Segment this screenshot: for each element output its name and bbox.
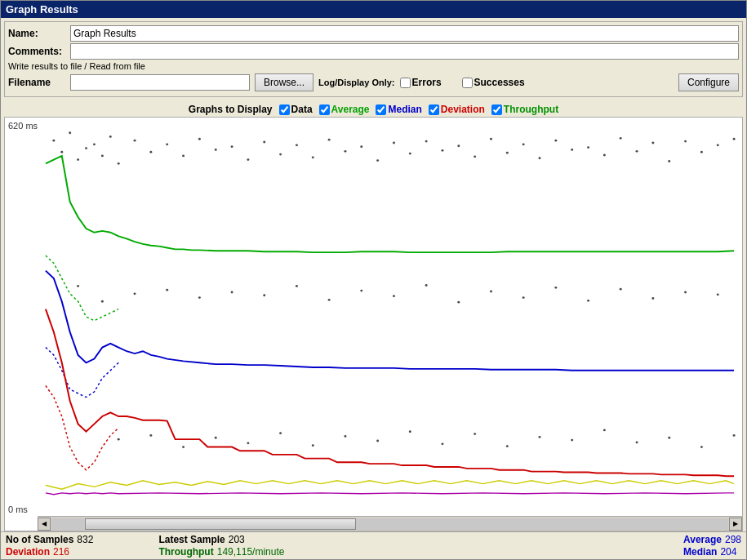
errors-checkbox[interactable] [400,78,411,88]
svg-point-42 [668,160,670,162]
svg-point-59 [457,301,460,304]
svg-point-82 [571,439,573,442]
svg-point-16 [247,158,249,161]
successes-label: Successes [474,77,525,88]
svg-point-11 [166,143,168,145]
svg-point-12 [182,155,185,158]
median-line [46,271,734,371]
median-checkbox-label[interactable]: Median [376,104,421,115]
svg-point-55 [328,299,331,301]
svg-point-43 [684,140,687,143]
data-series [52,131,735,448]
svg-point-87 [733,434,736,437]
svg-point-7 [109,136,112,138]
errors-checkbox-label[interactable]: Errors [400,77,457,88]
svg-point-37 [587,146,589,149]
comments-label: Comments: [8,46,65,57]
deviation-checkbox-label[interactable]: Deviation [429,104,485,115]
svg-point-53 [263,294,265,296]
name-label: Name: [8,28,65,39]
scroll-right-button[interactable]: ▶ [729,518,742,531]
scroll-track[interactable] [51,518,728,530]
svg-point-51 [198,296,201,299]
window-title: Graph Results [6,3,78,16]
svg-point-83 [603,429,606,431]
average-checkbox-label[interactable]: Average [319,104,370,115]
svg-point-15 [231,145,233,148]
successes-checkbox-label[interactable]: Successes [462,77,525,88]
svg-point-28 [441,149,443,152]
deviation-label: Deviation [441,104,485,115]
data-checkbox-label[interactable]: Data [279,104,313,115]
status-col-3: Average 298 Median 204 [683,534,741,558]
svg-point-44 [700,151,703,153]
title-bar: Graph Results [1,1,746,18]
svg-point-69 [149,434,152,437]
average-label: Average [331,104,370,115]
svg-point-26 [409,153,411,155]
average-checkbox[interactable] [319,104,330,115]
svg-point-63 [587,300,589,302]
svg-point-22 [344,150,346,153]
deviation-item: Deviation 216 [6,546,93,558]
svg-point-29 [457,144,460,147]
svg-point-32 [506,152,509,154]
chart-svg [38,118,742,516]
svg-point-80 [506,445,509,447]
configure-button[interactable]: Configure [678,73,739,91]
svg-point-84 [636,442,638,444]
svg-point-54 [296,285,298,287]
scroll-left-button[interactable]: ◀ [38,518,51,531]
svg-point-27 [425,140,428,143]
filename-input[interactable] [70,74,250,91]
svg-point-78 [441,442,443,445]
svg-point-34 [539,157,541,159]
svg-point-68 [118,438,120,441]
svg-point-60 [490,291,492,293]
svg-point-47 [77,285,79,287]
svg-point-38 [603,154,606,157]
svg-point-79 [474,433,476,435]
svg-point-41 [651,142,654,144]
no-of-samples-value: 832 [77,534,93,545]
scrollbar[interactable]: ◀ ▶ [38,516,742,531]
throughput-item: Throughput 149,115/minute [158,546,284,558]
svg-point-2 [69,131,71,134]
throughput-checkbox-label[interactable]: Throughput [491,104,558,115]
filename-label: Filename [8,77,65,88]
log-display-label: Log/Display Only: [318,78,395,87]
deviation-value: 216 [53,546,69,558]
svg-point-23 [360,145,362,148]
svg-point-39 [620,137,622,140]
svg-point-20 [312,156,314,158]
svg-point-85 [668,437,670,439]
successes-checkbox[interactable] [462,78,473,88]
scroll-thumb[interactable] [85,518,356,530]
svg-point-67 [717,293,719,296]
data-checkbox[interactable] [279,104,290,115]
log-display-section: Log/Display Only: Errors Successes [318,77,525,88]
comments-input[interactable] [70,43,739,60]
deviation-checkbox[interactable] [429,104,439,115]
errors-label: Errors [412,77,442,88]
chart-canvas [38,118,742,516]
throughput-checkbox[interactable] [491,104,502,115]
svg-point-57 [393,295,395,297]
browse-button[interactable]: Browse... [255,73,313,91]
average-value: 298 [725,534,741,545]
svg-point-66 [684,291,687,294]
svg-point-56 [360,290,362,292]
svg-point-74 [312,444,314,447]
y-axis-max-label: 620 ms [8,121,38,131]
yellow-line [46,481,734,489]
svg-point-24 [376,159,379,162]
chart-area: 620 ms 0 ms [4,117,743,531]
svg-point-19 [296,144,298,146]
name-input[interactable] [70,25,739,42]
svg-point-65 [651,297,654,300]
svg-point-81 [539,436,541,438]
median-checkbox[interactable] [376,104,386,115]
status-col-1: No of Samples 832 Deviation 216 [6,534,93,558]
average-label: Average [683,534,722,545]
latest-sample-label: Latest Sample [158,534,225,545]
